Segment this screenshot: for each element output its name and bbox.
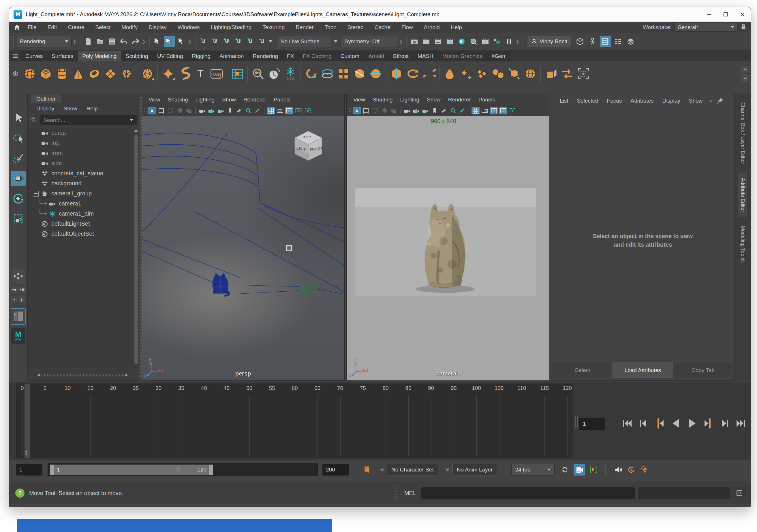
- select-component-icon[interactable]: [176, 36, 187, 47]
- titlebar[interactable]: M Light_Complete.mb* - Autodesk MAYA 202…: [9, 7, 751, 22]
- outliner-persp-layout-button[interactable]: [11, 308, 26, 325]
- menu-display[interactable]: Display: [143, 22, 172, 33]
- cube-fold-icon[interactable]: [543, 66, 559, 82]
- menu-file[interactable]: File: [22, 22, 42, 33]
- persp-selbox-icon[interactable]: [304, 107, 312, 114]
- render-frame-icon[interactable]: [421, 36, 432, 47]
- outliner-item-camera1_aim[interactable]: camera1_aim: [28, 209, 133, 219]
- range-slider[interactable]: 1 120: [47, 463, 318, 476]
- menu-lighting-shading[interactable]: Lighting/Shading: [205, 22, 257, 33]
- lens-layers-icon[interactable]: [319, 66, 335, 82]
- go-to-start-button[interactable]: [620, 416, 635, 431]
- ipr-render-icon[interactable]: IPR: [433, 36, 443, 47]
- menu-select[interactable]: Select: [90, 22, 116, 33]
- render-sequence-icon[interactable]: [480, 36, 491, 47]
- menu-render[interactable]: Render: [290, 22, 319, 33]
- outliner-tree[interactable]: persptopfrontsideconcrete_cat_statueback…: [28, 128, 133, 368]
- persp-imgs-icon[interactable]: [185, 107, 193, 114]
- quad-panels-icon[interactable]: [335, 66, 351, 82]
- pin-icon[interactable]: [716, 97, 724, 105]
- type-tool-icon[interactable]: T: [192, 66, 208, 82]
- poly-sphere-icon[interactable]: [22, 66, 38, 82]
- camera1-menu-view[interactable]: View: [349, 97, 369, 103]
- select-hierarchy-icon[interactable]: [152, 36, 163, 47]
- section-collapse-icon[interactable]: ❯: [188, 39, 192, 44]
- layer-editor-icon[interactable]: [625, 36, 636, 47]
- current-frame-marker[interactable]: [24, 384, 30, 458]
- maximize-button[interactable]: [717, 7, 734, 22]
- snap-surface-icon[interactable]: [257, 36, 268, 47]
- persp-wheel-icon[interactable]: [176, 107, 184, 114]
- camera1-grid-icon[interactable]: [471, 107, 480, 114]
- render-settings-icon[interactable]: [444, 36, 455, 47]
- camera1-menu-renderer[interactable]: Renderer: [444, 97, 475, 103]
- sidebar-tab-channel-box-layer-editor[interactable]: Channel Box / Layer Editor: [738, 98, 747, 169]
- persp-menu-panels[interactable]: Panels: [270, 97, 294, 103]
- camera1-menu-shading[interactable]: Shading: [369, 97, 397, 103]
- persp-gate-icon[interactable]: [294, 107, 303, 114]
- range-grip[interactable]: [177, 466, 180, 473]
- menu-toon[interactable]: Toon: [319, 22, 342, 33]
- snap-point-icon[interactable]: [222, 36, 232, 47]
- section-collapse-icon[interactable]: ❯: [73, 39, 76, 44]
- persp-menu-show[interactable]: Show: [218, 97, 240, 103]
- camera1-flag-icon[interactable]: [431, 107, 439, 114]
- snap-grid-icon[interactable]: [198, 36, 209, 47]
- attr-menu-show[interactable]: Show: [684, 98, 707, 104]
- scale-tool-button[interactable]: [11, 211, 26, 226]
- chevron-down-icon[interactable]: [380, 469, 384, 471]
- animation-end-field[interactable]: 200: [322, 464, 349, 476]
- panel-grip[interactable]: [144, 107, 147, 114]
- shelf-tab-curves[interactable]: Curves: [21, 51, 47, 61]
- persp-camgear-icon[interactable]: [217, 107, 225, 114]
- section-collapse-icon[interactable]: ❯: [516, 39, 519, 44]
- shelf-tab-motion-graphics[interactable]: Motion Graphics: [438, 51, 487, 61]
- collapse-icon[interactable]: [33, 191, 39, 197]
- camera1-menu-lighting[interactable]: Lighting: [397, 97, 423, 103]
- poly-cylinder-icon[interactable]: [54, 66, 70, 82]
- snap-curve-icon[interactable]: [210, 36, 221, 47]
- sphere-cut-icon[interactable]: [351, 66, 368, 82]
- layout-presets-button[interactable]: [12, 269, 25, 283]
- rotate-tool-button[interactable]: [11, 191, 26, 206]
- panel-grip[interactable]: [349, 107, 351, 114]
- globe-icon[interactable]: [522, 66, 538, 82]
- persp-canvas[interactable]: TOP LEFT FRONT y x z persp: [142, 116, 344, 380]
- open-render-view-icon[interactable]: [409, 36, 420, 47]
- sidebar-tab-attribute-editor[interactable]: Attribute Editor: [738, 173, 748, 217]
- ring-arrows-icon[interactable]: [421, 66, 437, 82]
- shelf-tab-uv-editing[interactable]: UV Editing: [153, 51, 188, 61]
- attr-menu-focus[interactable]: Focus: [603, 98, 626, 104]
- circularize-icon[interactable]: [303, 66, 319, 82]
- attr-menu-selected[interactable]: Selected: [573, 98, 603, 104]
- user-account-chip[interactable]: Vinny Roca: [528, 36, 571, 47]
- menu-modify[interactable]: Modify: [116, 22, 143, 33]
- camera1-cam-icon[interactable]: [403, 107, 411, 114]
- mel-label[interactable]: MEL: [404, 490, 416, 496]
- teardrop-icon[interactable]: [441, 66, 458, 82]
- outliner-hscrollbar[interactable]: ◀ ▶: [36, 372, 129, 377]
- add-panel-button[interactable]: ◧: [19, 296, 25, 303]
- shelf-item-down-icon[interactable]: [742, 74, 749, 82]
- pause-viewport-icon[interactable]: [503, 36, 514, 47]
- camera1-wheel-icon[interactable]: [380, 107, 388, 114]
- load-attributes-button[interactable]: Load Attributes: [613, 363, 673, 378]
- persp-camlock-icon[interactable]: [207, 107, 215, 114]
- tri-diamonds-icon[interactable]: [474, 66, 490, 82]
- camera1-panzoom-icon[interactable]: [449, 107, 457, 114]
- panel-separator[interactable]: [394, 486, 397, 500]
- camera1-gate-icon[interactable]: [490, 107, 498, 114]
- step-back-frame-button[interactable]: [636, 416, 651, 431]
- cube-arrows-icon[interactable]: [506, 66, 522, 82]
- shelf-tab-custom[interactable]: Custom: [336, 51, 364, 61]
- chevron-down-icon[interactable]: [269, 40, 272, 42]
- poly-torus-icon[interactable]: [86, 66, 103, 82]
- persp-wedge-icon[interactable]: [235, 107, 243, 114]
- redo-icon[interactable]: [130, 36, 141, 47]
- outliner-item-defaultObjectSet[interactable]: defaultObjectSet: [28, 229, 133, 239]
- swap-arrows-icon[interactable]: [559, 66, 575, 82]
- camera1-frame-icon[interactable]: [362, 107, 370, 114]
- persp-gate-icon[interactable]: [285, 107, 293, 114]
- menu-texturing[interactable]: Texturing: [257, 22, 290, 33]
- select-button[interactable]: Select: [553, 363, 613, 378]
